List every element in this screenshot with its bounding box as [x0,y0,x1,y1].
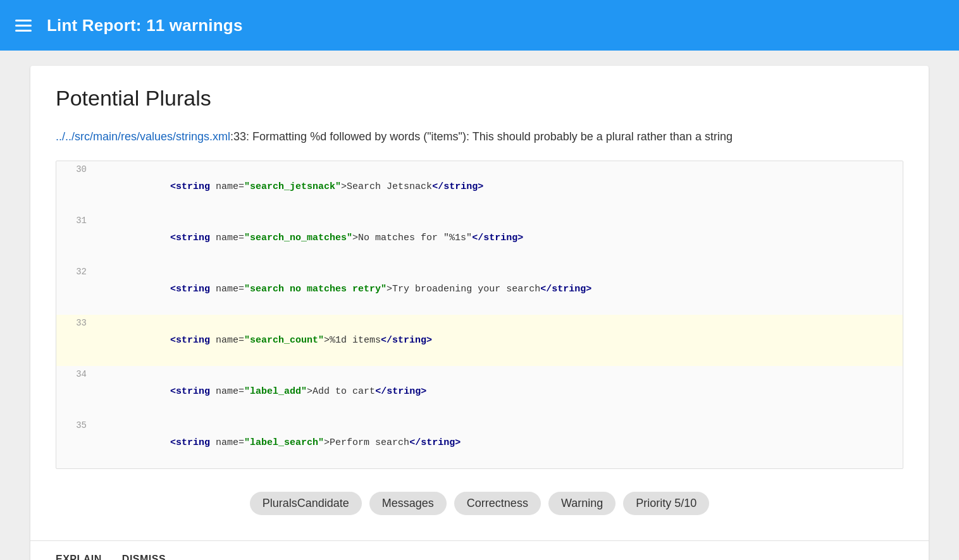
content: >Search Jetsnack [341,181,432,192]
content: >%1d items [324,335,381,346]
content: >No matches for "%1s" [352,233,472,243]
tag-messages: Messages [369,492,447,515]
code-text: <string name="label_search">Perform sear… [102,417,461,468]
issue-detail: :33: Formatting %d followed by words ("i… [230,130,733,143]
attr-name: name= [216,233,244,243]
keyword-string-close: </string> [432,181,483,192]
line-number: 30 [64,162,87,178]
code-line-31: 31 <string name="search_no_matches">No m… [56,212,903,264]
issue-message: ../../src/main/res/values/strings.xml:33… [56,128,903,145]
keyword-string-open: <string [170,284,216,295]
menu-icon[interactable] [15,20,32,32]
keyword-string-open: <string [170,181,216,192]
code-text: <string name="search_jetsnack">Search Je… [102,161,483,212]
tags-row: PluralsCandidate Messages Correctness Wa… [56,487,903,525]
keyword-string-open: <string [170,233,216,243]
tag-priority: Priority 5/10 [623,492,709,515]
keyword-string-open: <string [170,437,216,448]
code-text: <string name="label_add">Add to cart</st… [102,366,426,417]
tag-warning: Warning [548,492,616,515]
keyword-string-close: </string> [381,335,432,346]
explain-button[interactable]: EXPLAIN [56,551,102,560]
attr-name: name= [216,181,244,192]
keyword-string-close: </string> [540,284,591,295]
content: >Try broadening your search [387,284,540,295]
attr-value: "search_count" [244,335,324,346]
attr-name: name= [216,386,244,397]
attr-name: name= [216,335,244,346]
code-line-34: 34 <string name="label_add">Add to cart<… [56,366,903,417]
card-footer: EXPLAIN DISMISS [30,541,929,560]
code-line-30: 30 <string name="search_jetsnack">Search… [56,161,903,212]
main-content: Potential Plurals ../../src/main/res/val… [0,51,959,560]
line-number: 35 [64,418,87,434]
tag-plurals-candidate: PluralsCandidate [250,492,362,515]
app-header: Lint Report: 11 warnings [0,0,959,51]
code-text: <string name="search_count">%1d items</s… [102,315,432,366]
attr-value: "label_search" [244,437,324,448]
card-body: Potential Plurals ../../src/main/res/val… [30,66,929,540]
attr-name: name= [216,284,244,295]
keyword-string-open: <string [170,386,216,397]
content: >Add to cart [307,386,375,397]
content: >Perform search [324,437,409,448]
tag-correctness: Correctness [454,492,541,515]
keyword-string-close: </string> [472,233,523,243]
line-number: 33 [64,315,87,331]
code-text: <string name="search_no_matches">No matc… [102,212,523,264]
file-link[interactable]: ../../src/main/res/values/strings.xml [56,130,230,143]
code-block: 30 <string name="search_jetsnack">Search… [56,161,903,469]
code-line-33-highlighted: 33 <string name="search_count">%1d items… [56,315,903,366]
line-number: 34 [64,367,87,382]
code-text: <string name="search no matches retry">T… [102,264,591,315]
attr-value: "label_add" [244,386,307,397]
keyword-string-open: <string [170,335,216,346]
header-title: Lint Report: 11 warnings [47,16,243,35]
keyword-string-close: </string> [375,386,426,397]
line-number: 32 [64,264,87,280]
line-number: 31 [64,213,87,229]
attr-value: "search_no_matches" [244,233,352,243]
attr-value: "search no matches retry" [244,284,387,295]
dismiss-button[interactable]: DISMISS [122,551,166,560]
attr-value: "search_jetsnack" [244,181,341,192]
keyword-string-close: </string> [409,437,461,448]
lint-report-card: Potential Plurals ../../src/main/res/val… [30,66,929,560]
card-title: Potential Plurals [56,86,903,111]
attr-name: name= [216,437,244,448]
code-line-32: 32 <string name="search no matches retry… [56,264,903,315]
code-line-35: 35 <string name="label_search">Perform s… [56,417,903,468]
